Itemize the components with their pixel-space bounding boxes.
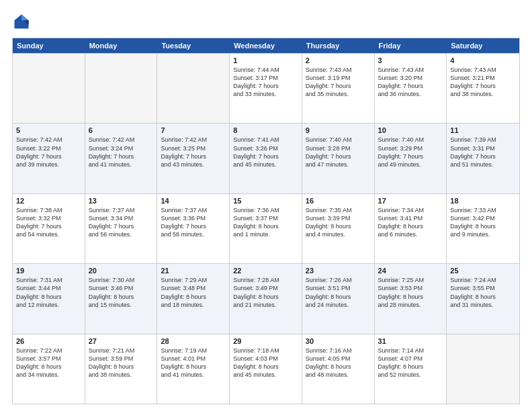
day-number: 6	[89, 126, 154, 134]
day-info: Sunrise: 7:41 AM Sunset: 3:26 PM Dayligh…	[233, 136, 298, 169]
day-number: 7	[161, 126, 226, 134]
header-day-friday: Friday	[375, 38, 447, 53]
day-number: 2	[306, 56, 371, 64]
day-cell-31: 31Sunrise: 7:14 AM Sunset: 4:07 PM Dayli…	[375, 334, 447, 404]
day-cell-7: 7Sunrise: 7:42 AM Sunset: 3:25 PM Daylig…	[157, 124, 230, 193]
day-info: Sunrise: 7:40 AM Sunset: 3:29 PM Dayligh…	[378, 136, 443, 169]
calendar-header: SundayMondayTuesdayWednesdayThursdayFrid…	[13, 38, 519, 53]
day-number: 14	[161, 197, 226, 205]
day-cell-12: 12Sunrise: 7:38 AM Sunset: 3:32 PM Dayli…	[13, 194, 85, 263]
day-info: Sunrise: 7:35 AM Sunset: 3:39 PM Dayligh…	[306, 206, 371, 239]
day-cell-16: 16Sunrise: 7:35 AM Sunset: 3:39 PM Dayli…	[302, 194, 375, 263]
day-number: 12	[16, 197, 81, 205]
day-number: 21	[161, 267, 226, 275]
day-number: 30	[306, 337, 371, 345]
day-cell-30: 30Sunrise: 7:16 AM Sunset: 4:05 PM Dayli…	[302, 334, 375, 404]
header-day-sunday: Sunday	[13, 38, 85, 53]
day-number: 27	[89, 337, 154, 345]
day-cell-9: 9Sunrise: 7:40 AM Sunset: 3:28 PM Daylig…	[302, 124, 375, 193]
day-number: 3	[378, 56, 443, 64]
day-number: 26	[16, 337, 81, 345]
day-info: Sunrise: 7:22 AM Sunset: 3:57 PM Dayligh…	[16, 347, 81, 379]
header-day-saturday: Saturday	[447, 38, 519, 53]
day-number: 13	[89, 197, 154, 205]
svg-marker-1	[21, 15, 29, 21]
day-number: 25	[450, 267, 516, 275]
calendar-row-2: 5Sunrise: 7:42 AM Sunset: 3:22 PM Daylig…	[13, 123, 519, 193]
empty-cell-0-2	[157, 54, 230, 123]
day-info: Sunrise: 7:38 AM Sunset: 3:32 PM Dayligh…	[16, 206, 81, 239]
calendar-row-3: 12Sunrise: 7:38 AM Sunset: 3:32 PM Dayli…	[13, 193, 519, 263]
day-number: 17	[378, 197, 443, 205]
empty-cell-4-6	[447, 334, 519, 404]
day-cell-26: 26Sunrise: 7:22 AM Sunset: 3:57 PM Dayli…	[13, 334, 85, 404]
day-number: 11	[450, 126, 516, 134]
header-day-thursday: Thursday	[302, 38, 375, 53]
day-number: 10	[378, 126, 443, 134]
day-cell-24: 24Sunrise: 7:25 AM Sunset: 3:53 PM Dayli…	[375, 264, 447, 333]
day-cell-13: 13Sunrise: 7:37 AM Sunset: 3:34 PM Dayli…	[85, 194, 158, 263]
day-number: 31	[378, 337, 443, 345]
day-cell-4: 4Sunrise: 7:43 AM Sunset: 3:21 PM Daylig…	[447, 54, 519, 123]
day-number: 4	[450, 56, 516, 64]
day-info: Sunrise: 7:31 AM Sunset: 3:44 PM Dayligh…	[16, 276, 81, 309]
logo	[12, 12, 34, 31]
day-info: Sunrise: 7:43 AM Sunset: 3:21 PM Dayligh…	[450, 66, 516, 99]
day-cell-28: 28Sunrise: 7:19 AM Sunset: 4:01 PM Dayli…	[157, 334, 230, 404]
day-info: Sunrise: 7:19 AM Sunset: 4:01 PM Dayligh…	[161, 347, 226, 379]
day-cell-18: 18Sunrise: 7:33 AM Sunset: 3:42 PM Dayli…	[447, 194, 519, 263]
day-cell-5: 5Sunrise: 7:42 AM Sunset: 3:22 PM Daylig…	[13, 124, 85, 193]
day-number: 28	[161, 337, 226, 345]
header-day-monday: Monday	[85, 38, 158, 53]
day-number: 15	[233, 197, 298, 205]
day-info: Sunrise: 7:33 AM Sunset: 3:42 PM Dayligh…	[450, 206, 516, 239]
day-cell-8: 8Sunrise: 7:41 AM Sunset: 3:26 PM Daylig…	[230, 124, 302, 193]
day-number: 19	[16, 267, 81, 275]
day-info: Sunrise: 7:42 AM Sunset: 3:24 PM Dayligh…	[89, 136, 154, 169]
empty-cell-0-0	[13, 54, 85, 123]
logo-icon	[12, 12, 31, 31]
day-info: Sunrise: 7:24 AM Sunset: 3:55 PM Dayligh…	[450, 276, 516, 309]
day-number: 1	[233, 56, 298, 64]
day-cell-15: 15Sunrise: 7:36 AM Sunset: 3:37 PM Dayli…	[230, 194, 302, 263]
day-info: Sunrise: 7:14 AM Sunset: 4:07 PM Dayligh…	[378, 347, 443, 379]
day-cell-14: 14Sunrise: 7:37 AM Sunset: 3:36 PM Dayli…	[157, 194, 230, 263]
header-day-wednesday: Wednesday	[230, 38, 302, 53]
header-day-tuesday: Tuesday	[157, 38, 230, 53]
day-number: 20	[89, 267, 154, 275]
day-cell-1: 1Sunrise: 7:44 AM Sunset: 3:17 PM Daylig…	[230, 54, 302, 123]
day-cell-6: 6Sunrise: 7:42 AM Sunset: 3:24 PM Daylig…	[85, 124, 158, 193]
day-info: Sunrise: 7:25 AM Sunset: 3:53 PM Dayligh…	[378, 276, 443, 309]
calendar-body: 1Sunrise: 7:44 AM Sunset: 3:17 PM Daylig…	[13, 53, 519, 404]
day-cell-19: 19Sunrise: 7:31 AM Sunset: 3:44 PM Dayli…	[13, 264, 85, 333]
day-info: Sunrise: 7:42 AM Sunset: 3:22 PM Dayligh…	[16, 136, 81, 169]
day-info: Sunrise: 7:39 AM Sunset: 3:31 PM Dayligh…	[450, 136, 516, 169]
header	[12, 12, 520, 31]
day-info: Sunrise: 7:42 AM Sunset: 3:25 PM Dayligh…	[161, 136, 226, 169]
day-cell-22: 22Sunrise: 7:28 AM Sunset: 3:49 PM Dayli…	[230, 264, 302, 333]
day-cell-20: 20Sunrise: 7:30 AM Sunset: 3:46 PM Dayli…	[85, 264, 158, 333]
calendar-row-4: 19Sunrise: 7:31 AM Sunset: 3:44 PM Dayli…	[13, 263, 519, 333]
day-number: 22	[233, 267, 298, 275]
day-info: Sunrise: 7:34 AM Sunset: 3:41 PM Dayligh…	[378, 206, 443, 239]
day-number: 23	[306, 267, 371, 275]
day-cell-21: 21Sunrise: 7:29 AM Sunset: 3:48 PM Dayli…	[157, 264, 230, 333]
page: SundayMondayTuesdayWednesdayThursdayFrid…	[0, 0, 532, 411]
day-number: 5	[16, 126, 81, 134]
day-info: Sunrise: 7:36 AM Sunset: 3:37 PM Dayligh…	[233, 206, 298, 239]
day-number: 24	[378, 267, 443, 275]
day-cell-10: 10Sunrise: 7:40 AM Sunset: 3:29 PM Dayli…	[375, 124, 447, 193]
day-number: 18	[450, 197, 516, 205]
day-info: Sunrise: 7:30 AM Sunset: 3:46 PM Dayligh…	[89, 276, 154, 309]
day-cell-29: 29Sunrise: 7:18 AM Sunset: 4:03 PM Dayli…	[230, 334, 302, 404]
day-info: Sunrise: 7:18 AM Sunset: 4:03 PM Dayligh…	[233, 347, 298, 379]
day-number: 16	[306, 197, 371, 205]
day-cell-23: 23Sunrise: 7:26 AM Sunset: 3:51 PM Dayli…	[302, 264, 375, 333]
day-info: Sunrise: 7:21 AM Sunset: 3:59 PM Dayligh…	[89, 347, 154, 379]
calendar-row-5: 26Sunrise: 7:22 AM Sunset: 3:57 PM Dayli…	[13, 334, 519, 404]
empty-cell-0-1	[85, 54, 158, 123]
day-info: Sunrise: 7:40 AM Sunset: 3:28 PM Dayligh…	[306, 136, 371, 169]
day-cell-17: 17Sunrise: 7:34 AM Sunset: 3:41 PM Dayli…	[375, 194, 447, 263]
calendar: SundayMondayTuesdayWednesdayThursdayFrid…	[12, 38, 520, 404]
day-info: Sunrise: 7:37 AM Sunset: 3:36 PM Dayligh…	[161, 206, 226, 239]
